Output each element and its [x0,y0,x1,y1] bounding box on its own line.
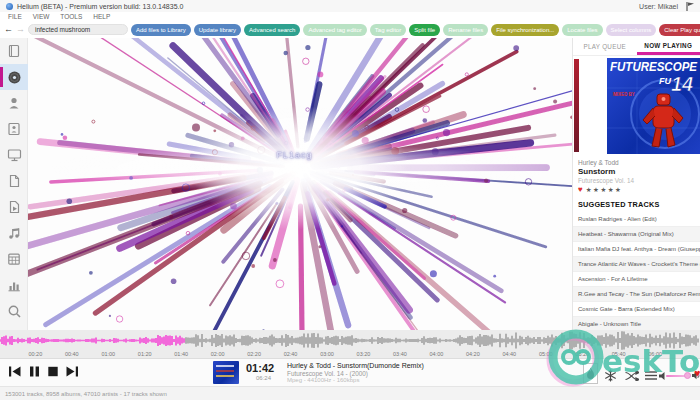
monitor-icon [7,148,22,162]
suggested-track-row[interactable]: Ascension - For A Lifetime [573,272,700,287]
queue-list-icon[interactable] [645,371,657,380]
timeline-label: 05:00 [539,351,553,357]
toolbar-button-tag-editor: Tag editor [370,24,406,36]
now-playing-info: Hurley & Todd Sunstorm Futurescope Vol. … [573,156,700,194]
title-bar: Helium (BETA) - Premium version build: 1… [0,0,700,12]
toolbar-button-clear-play-queue[interactable]: Clear Play queue [659,24,700,36]
toolbar-button-file-synchronization[interactable]: File synchronization... [491,24,559,36]
sidebar-item-albums[interactable] [0,64,28,90]
sidebar-item-artists[interactable] [0,90,28,116]
suggested-track-row[interactable]: Ruslan Radriges - Alien (Edit) [573,212,700,227]
album-art-volume-number: 14 [671,73,693,95]
waveform-strip[interactable]: 00:2000:4001:0001:2001:4002:0002:2002:40… [0,330,700,358]
snowflake-icon[interactable] [604,369,617,382]
previous-track-button[interactable] [9,366,21,377]
timeline-label: 02:40 [284,351,298,357]
toolbar-button-advanced-search[interactable]: Advanced search [244,24,300,36]
book-icon [7,44,21,58]
flag-icon[interactable] [686,2,694,11]
now-playing-panel: PLAY QUEUE NOW PLAYING FUTURESCOPE FU 1 [572,38,700,330]
sidebar-item-statistics[interactable] [0,272,28,298]
menu-view[interactable]: VIEW [33,13,50,20]
now-playing-artist[interactable]: Hurley & Todd [578,159,700,166]
timeline-label: 01:00 [101,351,115,357]
visualization-overlay-text: FL1acg [277,150,313,160]
suggested-track-row[interactable]: Italian Mafia DJ feat. Anthya - Dream (G… [573,242,700,257]
timeline-label: 04:40 [502,351,516,357]
timeline-label: 02:20 [247,351,261,357]
album-art[interactable]: FUTURESCOPE FU 14 MIXED BY [607,58,700,154]
app-icon [6,3,13,10]
user-label: User: Mikael [639,3,678,10]
tab-now-playing[interactable]: NOW PLAYING [637,38,700,55]
sidebar-item-files[interactable] [0,168,28,194]
suggested-track-row[interactable]: R.Gee and Tecay - The Sun (Deltaforcez R… [573,287,700,302]
suggested-tracks-header: SUGGESTED TRACKS [573,194,700,212]
stop-icon [48,366,58,377]
timeline-label: 03:00 [320,351,334,357]
rating-stars[interactable]: ★★★★★ [586,186,623,194]
player-bar: 01:42 06:24 Hurley & Todd - Sunstorm(Dum… [0,358,700,386]
suggested-track-row[interactable]: Trance Atlantic Air Waves - Crockett's T… [573,257,700,272]
sidebar-item-search[interactable] [0,298,28,324]
sidebar-item-calendar[interactable] [0,246,28,272]
toolbar-button-advanced-tag-editor: Advanced tag editor [303,24,366,36]
now-playing-title[interactable]: Sunstorm [578,167,700,176]
shuffle-icon[interactable] [625,371,639,381]
waveform[interactable] [0,330,700,351]
track-title-line[interactable]: Hurley & Todd - Sunstorm(Dumonde Remix) [287,362,424,370]
sidebar-item-library[interactable] [0,38,28,64]
timeline-labels: 00:2000:4001:0001:2001:4002:0002:2002:40… [0,351,700,358]
sidebar-item-playlists[interactable] [0,194,28,220]
next-icon [66,366,78,377]
flame-icon [586,367,595,380]
stop-button[interactable] [48,366,58,377]
timeline-label: 01:20 [138,351,152,357]
volume-down-icon[interactable] [659,372,665,380]
status-bar: 153001 tracks, 8958 albums, 47010 artist… [0,386,700,400]
volume-slider-thumb[interactable] [684,372,691,379]
visualization-panel[interactable]: FL1acg [28,38,572,330]
helium-app-window: Helium (BETA) - Premium version build: 1… [0,0,700,400]
toolbar-button-add-files-to-library[interactable]: Add files to Library [131,24,191,36]
party-mode-toggle[interactable] [583,363,598,384]
search-input[interactable] [28,24,128,35]
track-info: Hurley & Todd - Sunstorm(Dumonde Remix) … [287,362,424,385]
transport-controls [9,366,78,377]
pause-button[interactable] [29,366,40,377]
menu-help[interactable]: HELP [93,13,110,20]
pause-icon [29,366,40,377]
forward-arrow-icon: → [16,25,25,34]
toolbar-button-locate-files: Locate files [562,24,602,36]
elapsed-time: 01:42 [246,362,274,374]
sidebar-item-music[interactable] [0,220,28,246]
menu-tools[interactable]: TOOLS [60,13,82,20]
disc-icon [7,70,22,85]
suggested-track-row[interactable]: Cosmic Gate - Barra (Extended Mix) [573,302,700,317]
favorite-heart-icon[interactable]: ♥ [578,186,583,194]
album-art-fu: FU [659,76,671,86]
toolbar-button-rename-files: Rename files [443,24,488,36]
timeline-label: 04:00 [430,351,444,357]
tab-play-queue[interactable]: PLAY QUEUE [573,38,637,55]
love-track-button[interactable]: ♥ [694,368,700,379]
next-track-button[interactable] [66,366,78,377]
mini-album-art[interactable] [213,361,239,384]
total-time: 06:24 [256,375,271,381]
back-arrow-icon[interactable]: ← [4,25,13,34]
toolbar-button-update-library[interactable]: Update library [194,24,241,36]
timeline-label: 03:20 [357,351,371,357]
sidebar [0,38,28,330]
sidebar-item-contacts[interactable] [0,116,28,142]
menu-file[interactable]: FILE [8,13,22,20]
previous-album-edge[interactable] [574,59,579,152]
window-title: Helium (BETA) - Premium version build: 1… [17,3,183,10]
toolbar-button-select-columns: Select columns [606,24,657,36]
suggested-track-row[interactable]: Heatbeat - Shawarma (Original Mix) [573,227,700,242]
sidebar-item-devices[interactable] [0,142,28,168]
album-art-zone: FUTURESCOPE FU 14 MIXED BY [573,56,700,156]
now-playing-album[interactable]: Futurescope Vol. 14 [578,177,700,184]
toolbar-buttons: Add files to LibraryUpdate libraryAdvanc… [131,24,700,36]
toolbar-button-split-file[interactable]: Split file [409,24,440,36]
timeline-label: 05:40 [612,351,626,357]
